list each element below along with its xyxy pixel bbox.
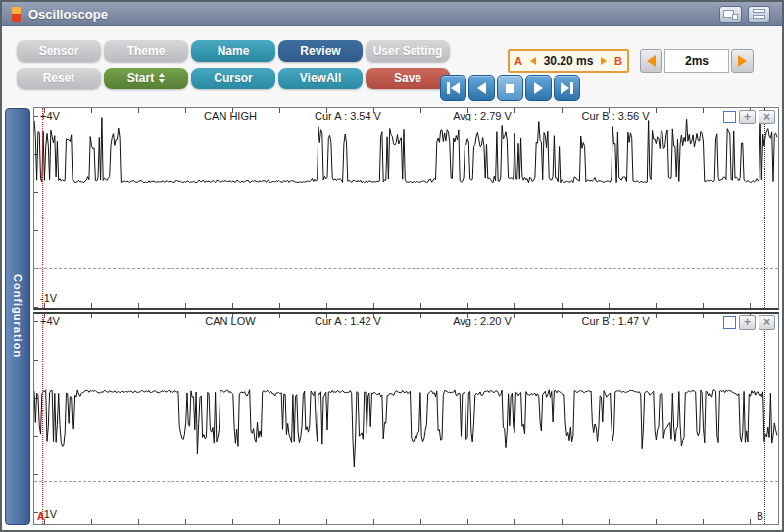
skip-to-start-button[interactable] [440, 75, 466, 101]
start-button[interactable]: Start [104, 68, 188, 89]
configuration-tab-label: Configuration [12, 274, 24, 358]
bottom-volt-label: -1V [40, 292, 57, 304]
window-title: Oscilloscope [28, 7, 108, 22]
step-back-button[interactable] [468, 75, 495, 101]
timebase-value[interactable]: 2ms [664, 49, 729, 73]
cursor-b-line[interactable] [764, 314, 765, 524]
titlebar: Oscilloscope [2, 2, 782, 26]
plot-area: +4V CAN HIGH Cur A : 3.54 V Avg : 2.79 V… [33, 107, 779, 525]
app-icon [12, 7, 21, 22]
skip-start-icon [451, 82, 460, 94]
right-arrow-icon [738, 55, 747, 67]
name-button[interactable]: Name [191, 40, 275, 62]
cursor-a-label: A [514, 55, 522, 67]
cursor-b-line[interactable] [764, 108, 765, 308]
cursor-a-flag: A [37, 511, 44, 522]
playback-controls [440, 75, 580, 101]
play-button[interactable] [525, 75, 552, 101]
user-setting-button[interactable]: User Setting [366, 40, 450, 62]
cursor-b-flag: B [757, 511, 763, 522]
cursor-a-line[interactable] [42, 314, 43, 524]
play-icon [534, 82, 543, 94]
channel-select-checkbox[interactable] [723, 316, 736, 329]
oscilloscope-window: Oscilloscope Sensor Theme Name Review Us… [0, 0, 784, 532]
cursor-button[interactable]: Cursor [191, 68, 275, 89]
scope-main-area: Configuration +4V CAN HIGH Cur A : 3.54 … [2, 106, 782, 530]
left-arrow-icon [647, 55, 656, 67]
tile-windows-icon[interactable] [748, 6, 770, 23]
channel-select-checkbox[interactable] [723, 111, 736, 123]
channel-name: CAN HIGH [172, 110, 289, 121]
cursor-b-arrow-icon [601, 57, 607, 65]
ab-cursor-readout: A 30.20 ms B [508, 49, 629, 73]
back-icon [477, 82, 486, 94]
cursor-a-measurement: Cur A : 3.54 V [284, 110, 412, 121]
sensor-button[interactable]: Sensor [17, 40, 101, 62]
channel-can-high: +4V CAN HIGH Cur A : 3.54 V Avg : 2.79 V… [33, 107, 779, 310]
zoom-channel-button[interactable]: + [739, 110, 756, 124]
top-volt-label: +4V [40, 315, 60, 327]
spinner-arrows-icon [159, 73, 165, 83]
cursor-b-label: B [614, 55, 622, 67]
skip-end-icon [561, 82, 569, 94]
avg-measurement: Avg : 2.20 V [418, 315, 546, 327]
timebase-decrease-button[interactable] [640, 49, 662, 73]
cursor-b-measurement: Cur B : 1.47 V [552, 315, 679, 327]
skip-to-end-button[interactable] [554, 75, 580, 101]
cursor-a-arrow-icon [530, 57, 536, 65]
channel-can-low: +4V CAN LOW Cur A : 1.42 V Avg : 2.20 V … [33, 312, 779, 525]
toolbar: Sensor Theme Name Review User Setting Re… [2, 26, 782, 106]
theme-button[interactable]: Theme [104, 40, 188, 62]
waveform-can-low [34, 314, 778, 524]
viewall-button[interactable]: ViewAll [278, 68, 363, 89]
stop-button[interactable] [497, 75, 523, 101]
close-channel-button[interactable]: × [759, 110, 775, 124]
avg-measurement: Avg : 2.79 V [418, 110, 546, 121]
cursor-a-measurement: Cur A : 1.42 V [284, 315, 412, 327]
configuration-tab[interactable]: Configuration [5, 108, 30, 525]
waveform-can-high [34, 108, 778, 308]
timebase-increase-button[interactable] [731, 49, 754, 73]
save-button[interactable]: Save [366, 68, 450, 89]
review-button[interactable]: Review [278, 40, 363, 62]
reset-button[interactable]: Reset [17, 68, 101, 89]
cursor-a-line[interactable] [42, 108, 43, 308]
channel-name: CAN LOW [172, 315, 289, 327]
stop-icon [506, 84, 514, 93]
zoom-channel-button[interactable]: + [739, 315, 756, 330]
top-volt-label: +4V [40, 110, 60, 121]
new-window-icon[interactable] [719, 6, 742, 23]
ab-delta-value: 30.20 ms [544, 54, 594, 68]
cursor-b-measurement: Cur B : 3.56 V [552, 110, 679, 121]
close-channel-button[interactable]: × [759, 315, 775, 330]
